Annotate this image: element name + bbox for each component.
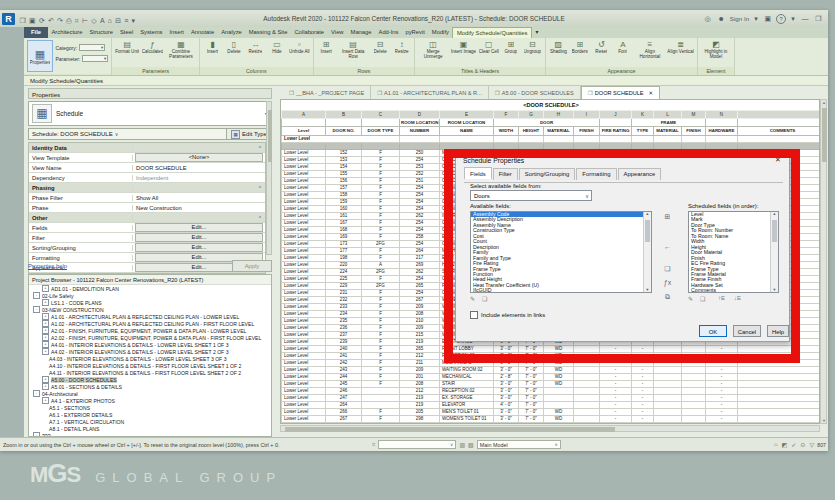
cell-fire-rating[interactable]: - [600,374,632,381]
cell-room-number[interactable]: 215 [400,332,440,339]
cell-door-type[interactable]: 2FG [362,241,400,248]
cell-material[interactable]: WD [544,353,574,360]
ribbon-tab-insert[interactable]: Insert [166,27,188,38]
remove-field-icon[interactable]: ← [660,241,675,253]
cell-door-type[interactable]: F [362,297,400,304]
cell-door-no[interactable]: 234 [326,311,362,318]
cell-door-type[interactable] [362,395,400,402]
tree-item[interactable]: A7.1 - VERTICAL CIRCULATION [29,418,271,425]
cell-room-name[interactable]: FRONT LOBBY [440,346,494,353]
tree-item[interactable]: +AD1.01 - DEMOLITION PLAN [29,285,271,292]
customize-qat-icon[interactable]: ▾ [132,17,136,24]
cell-fire-rating[interactable]: - [600,423,632,425]
cell-fire-rating[interactable]: - [600,360,632,367]
ribbon-button-format-unit[interactable]: ▤Format Unit [115,40,139,54]
dialog-tab-appearance[interactable]: Appearance [618,168,662,180]
cell-door-type[interactable]: F [362,150,400,157]
measure-icon[interactable]: ⌗ [75,17,79,24]
cell-room-number[interactable]: 264 [400,248,440,255]
cell-door-no[interactable]: 233 [326,304,362,311]
cell-frame-finish[interactable] [682,416,706,423]
apply-button[interactable]: Apply [232,260,272,272]
cell-frame-type[interactable]: - [632,367,654,374]
cell-level[interactable]: Lower Level [282,276,326,283]
ribbon-button-combine-parameters[interactable]: ▦Combine Parameters [166,40,196,59]
press-drag-icon[interactable]: ◩ [782,441,788,448]
cell-fire-rating[interactable]: - [600,388,632,395]
cell-frame-material[interactable] [654,409,682,416]
cell-room-number[interactable]: 250 [400,150,440,157]
doc-tab-a1-01-architectural-plan-r-[interactable]: ❐A1.01 - ARCHITECTURAL PLAN & R... [371,86,489,99]
cell-comments[interactable] [738,360,821,367]
cell-material[interactable]: WD [544,346,574,353]
cell-room-name[interactable]: ELEVATOR [440,402,494,409]
cell-level[interactable]: Lower Level [282,346,326,353]
cell-door-type[interactable]: F [362,353,400,360]
ribbon-tab-overflow[interactable]: ▾ [532,27,542,38]
ribbon-tab-steel[interactable]: Steel [116,27,136,38]
tree-expand-icon[interactable]: + [42,383,49,390]
cell-comments[interactable] [738,353,821,360]
cell-fire-rating[interactable]: - [600,353,632,360]
cell-door-no[interactable]: 235 [326,318,362,325]
dropdown-box[interactable]: ▾ [79,44,105,51]
cell-door-no[interactable]: 156 [326,178,362,185]
cell-door-type[interactable]: F [362,164,400,171]
cell-level[interactable]: Lower Level [282,339,326,346]
ribbon-button-ungroup[interactable]: ⊟Ungroup [523,40,542,54]
ribbon-button-insert[interactable]: ▮Insert [203,40,222,54]
cell-material[interactable]: WD [544,381,574,388]
cell-level[interactable]: Lower Level [282,353,326,360]
tree-item[interactable]: -04-Architectural [29,390,271,397]
instance-name[interactable]: Schedule: DOOR SCHEDULE [29,131,113,137]
cell-door-no[interactable]: 169 [326,234,362,241]
aligned-dimension-icon[interactable]: ⊢ [82,17,88,24]
cell-level[interactable]: Lower Level [282,199,326,206]
cell-level[interactable]: Lower Level [282,367,326,374]
cell-door-no[interactable]: 267 [326,416,362,423]
cell-door-type[interactable]: F [362,290,400,297]
select-pinned-icon[interactable]: ⊙ [800,441,805,448]
doc-tab-door-schedule[interactable]: ❐DOOR SCHEDULE✕ [581,86,660,99]
tree-item[interactable]: +A1.01 - ARCHITECTURAL PLAN & REFLECTED … [29,313,271,320]
ribbon-tab-manage[interactable]: Manage [347,27,375,38]
property-value[interactable]: New Construction [133,205,265,211]
cell-frame-finish[interactable] [682,367,706,374]
cell-level[interactable]: Lower Level [282,248,326,255]
cell-material[interactable]: WD [544,367,574,374]
property-value[interactable]: Edit... [135,233,263,242]
cell-door-no[interactable]: 152 [326,150,362,157]
cell-room-number[interactable]: 254 [400,157,440,164]
cell-frame-material[interactable] [654,346,682,353]
cell-door-type[interactable]: F [362,255,400,262]
cell-room-number[interactable]: 262 [400,213,440,220]
save-icon[interactable]: ▣ [29,17,36,24]
cell-door-type[interactable]: F [362,409,400,416]
ok-button[interactable]: OK [699,325,727,337]
property-value[interactable]: Independent [133,175,265,181]
ribbon-button-properties[interactable]: ▦Properties [27,40,53,72]
cell-door-type[interactable]: F [362,325,400,332]
cell-room-number[interactable]: 254 [400,199,440,206]
cell-width[interactable]: 3' - 0" [494,395,519,402]
move-up-icon[interactable]: ↑E [718,295,725,301]
ribbon-tab-collaborate[interactable]: Collaborate [291,27,328,38]
cell-height[interactable]: 7' - 0" [519,346,544,353]
cell-height[interactable]: 7' - 0" [519,381,544,388]
tree-item[interactable]: A4.03 - INTERIOR ELEVATIONS & DETAILS - … [29,355,271,362]
cell-level[interactable]: Lower Level [282,318,326,325]
cell-door-no[interactable]: 225 [326,276,362,283]
dialog-tab-filter[interactable]: Filter [493,168,518,180]
cell-door-type[interactable]: F [362,234,400,241]
cell-hardware[interactable]: - [706,388,738,395]
cell-level[interactable]: Lower Level [282,164,326,171]
cell-level[interactable]: Lower Level [282,402,326,409]
ribbon-tab-systems[interactable]: Systems [137,27,166,38]
cell-height[interactable]: 7' - 0" [519,374,544,381]
cell-level[interactable]: Lower Level [282,262,326,269]
tree-expand-icon[interactable]: + [42,376,49,383]
cell-width[interactable]: 3' - 0" [494,360,519,367]
cell-width[interactable]: 3' - 0" [494,367,519,374]
ribbon-button-delete[interactable]: ⊟Delete [371,40,390,54]
tree-item[interactable]: A4.10 - INTERIOR ELEVATIONS & DETAILS - … [29,362,271,369]
